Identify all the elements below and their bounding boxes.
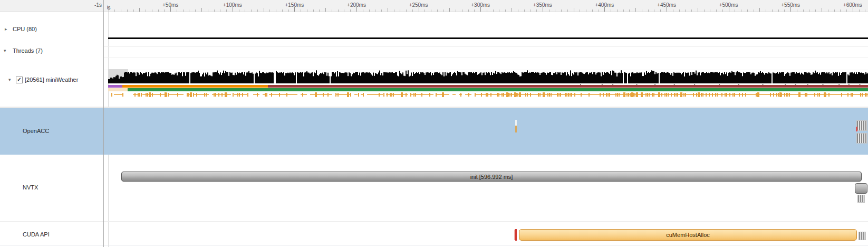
- ruler-minor-tick: [741, 10, 741, 12]
- thread-checkbox[interactable]: ✓: [16, 77, 23, 83]
- ruler-minor-tick: [586, 10, 586, 12]
- openacc-event-marker[interactable]: [515, 126, 517, 132]
- cuda-dense-events-chip[interactable]: [859, 232, 866, 240]
- ruler-minor-tick: [431, 10, 431, 12]
- ruler-minor-tick: [462, 10, 462, 12]
- ruler-minor-tick: [177, 10, 177, 12]
- timeline-ruler[interactable]: -1s 0s +50ms+100ms+150ms+200ms+250ms+300…: [0, 0, 868, 12]
- ruler-minor-tick: [635, 8, 636, 12]
- ruler-minor-tick: [375, 10, 375, 12]
- ruler-minor-tick: [474, 10, 475, 12]
- ruler-minor-tick: [437, 10, 438, 12]
- ruler-tick-label: +300ms: [459, 2, 501, 8]
- sidebar-item-thread-miniweather[interactable]: [20561] miniWeather: [25, 77, 78, 83]
- collapse-arrow-icon[interactable]: ▸: [5, 26, 7, 32]
- ruler-minor-tick: [264, 8, 264, 12]
- ruler-minor-tick: [784, 10, 785, 12]
- ruler-tick-label: +600ms: [832, 2, 868, 8]
- nvtx-range-init-bar[interactable]: init [596.992 ms]: [121, 172, 862, 182]
- sidebar-item-cuda-api[interactable]: CUDA API: [23, 231, 50, 238]
- openacc-dense-events-chip[interactable]: [856, 120, 867, 131]
- thread-state-green-bar[interactable]: [128, 88, 868, 91]
- ruler-minor-tick: [388, 8, 388, 12]
- ruler-minor-tick: [350, 10, 351, 12]
- ruler-minor-tick: [257, 10, 258, 12]
- ruler-minor-tick: [245, 10, 245, 12]
- ruler-minor-tick: [449, 8, 450, 12]
- ruler-minor-tick: [599, 10, 599, 12]
- expand-arrow-icon[interactable]: ▾: [4, 48, 6, 53]
- ruler-minor-tick: [282, 10, 283, 12]
- ruler-minor-tick: [468, 10, 469, 12]
- sidebar-item-threads[interactable]: Threads (7): [13, 48, 43, 54]
- ruler-minor-tick: [722, 10, 723, 12]
- openacc-event-marker[interactable]: [515, 120, 517, 126]
- sidebar-splitter[interactable]: [103, 0, 104, 247]
- ruler-minor-tick: [518, 10, 518, 12]
- ruler-minor-tick: [574, 8, 574, 12]
- thread-state-darkred-bar[interactable]: [268, 85, 868, 88]
- ruler-minor-tick: [865, 10, 865, 12]
- row-separator: [0, 221, 868, 222]
- ruler-minor-tick: [493, 10, 494, 12]
- ruler-minor-tick: [803, 10, 804, 12]
- ruler-minor-tick: [133, 10, 134, 12]
- ruler-minor-tick: [822, 8, 822, 12]
- openacc-dense-events-chip[interactable]: [856, 133, 867, 144]
- ruler-minor-tick: [698, 8, 698, 12]
- ruler-minor-tick: [139, 8, 140, 12]
- ruler-minor-tick: [319, 10, 320, 12]
- cpu-usage-summary-line: [108, 37, 868, 39]
- ruler-minor-tick: [642, 10, 642, 12]
- ruler-minor-tick: [201, 8, 202, 12]
- thread-state-purple-bar[interactable]: [108, 85, 122, 88]
- ruler-minor-tick: [846, 10, 847, 12]
- ruler-minor-tick: [704, 10, 705, 12]
- ruler-minor-tick: [524, 10, 525, 12]
- ruler-minor-tick: [412, 10, 413, 12]
- sidebar-item-openacc[interactable]: OpenACC: [23, 128, 49, 134]
- ruler-minor-tick: [660, 10, 661, 12]
- row-separator: [103, 58, 868, 58]
- ruler-tick-label: +550ms: [769, 2, 812, 8]
- ruler-minor-tick: [121, 10, 121, 12]
- sidebar-item-nvtx[interactable]: NVTX: [23, 184, 38, 191]
- ruler-minor-tick: [859, 10, 860, 12]
- nvtx-init-label: init [596.992 ms]: [470, 174, 513, 180]
- ruler-minor-tick: [840, 10, 841, 12]
- thread-state-orange-bar[interactable]: [122, 85, 268, 88]
- ruler-tick-label: +400ms: [583, 2, 625, 8]
- ruler-minor-tick: [487, 10, 487, 12]
- ruler-minor-tick: [567, 10, 568, 12]
- ruler-minor-tick: [512, 8, 512, 12]
- nvtx-edge-event-bar[interactable]: [855, 183, 867, 194]
- ruler-minor-tick: [679, 10, 680, 12]
- ruler-minor-tick: [189, 10, 189, 12]
- ruler-minor-tick: [617, 10, 618, 12]
- ruler-major-tick: [109, 7, 109, 12]
- thread-dropdown-icon[interactable]: ▾: [73, 77, 75, 82]
- ruler-minor-tick: [394, 10, 394, 12]
- cuda-api-cumemhostalloc-bar[interactable]: cuMemHostAlloc: [519, 229, 857, 241]
- thread-expand-arrow-icon[interactable]: ▾: [8, 77, 11, 82]
- ruler-minor-tick: [226, 10, 227, 12]
- openacc-selected-row-highlight[interactable]: [0, 108, 868, 155]
- ruler-tick-label: +450ms: [645, 2, 688, 8]
- ruler-minor-tick: [691, 10, 692, 12]
- ruler-minor-tick: [710, 10, 710, 12]
- nvtx-dense-events-chip[interactable]: [857, 195, 865, 203]
- ruler-minor-tick: [325, 8, 326, 12]
- cuda-api-short-event-bar[interactable]: [515, 229, 517, 241]
- sidebar-item-cpu[interactable]: CPU (80): [13, 26, 37, 32]
- ruler-minor-tick: [754, 10, 754, 12]
- openacc-event-red-sliver: [856, 127, 857, 131]
- ruler-minor-tick: [549, 10, 549, 12]
- ruler-minor-tick: [127, 10, 128, 12]
- ruler-minor-tick: [344, 10, 344, 12]
- ruler-tick-label: +50ms: [149, 2, 191, 8]
- ruler-minor-tick: [158, 10, 159, 12]
- ruler-minor-tick: [214, 10, 215, 12]
- ruler-minor-tick: [164, 10, 165, 12]
- thread-state-beige-bar[interactable]: [108, 88, 128, 91]
- ruler-minor-tick: [400, 10, 400, 12]
